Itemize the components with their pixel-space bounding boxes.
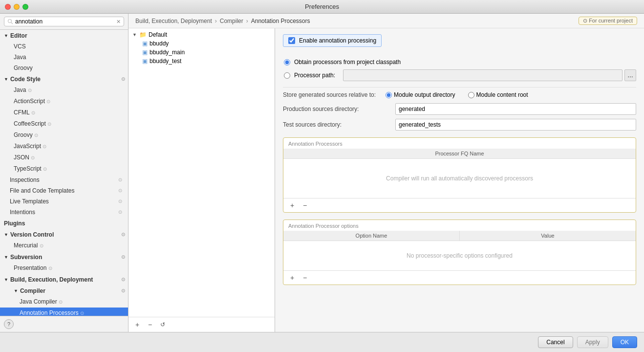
- processor-path-radio[interactable]: [284, 72, 290, 79]
- window-controls[interactable]: [5, 4, 28, 10]
- sidebar-item-actionscript[interactable]: ActionScript ⊙: [0, 96, 128, 107]
- tree-label-bbuddy: bbuddy: [150, 40, 169, 47]
- inspections-icon: ⊙: [118, 176, 122, 184]
- ap-table-header: Processor FQ Name: [283, 149, 636, 159]
- arrow-compiler: ▼: [14, 286, 18, 295]
- ap-label: Annotation Processors: [20, 309, 79, 316]
- ok-button[interactable]: OK: [612, 336, 637, 348]
- search-input[interactable]: annotation: [15, 18, 114, 25]
- tree-remove-button[interactable]: −: [145, 320, 155, 330]
- ap-add-button[interactable]: +: [287, 200, 297, 210]
- minimize-button[interactable]: [14, 4, 20, 10]
- module-content-root-radio[interactable]: [468, 92, 474, 98]
- tree-item-bbuddy[interactable]: ▣ bbuddy: [129, 39, 275, 48]
- breadcrumb-sep-1: ›: [215, 18, 217, 24]
- sidebar-section-compiler[interactable]: ▼ Compiler ⊙: [0, 285, 128, 296]
- sidebar-section-plugins[interactable]: Plugins: [0, 218, 128, 229]
- sidebar-item-groovy-cs[interactable]: Groovy ⊙: [0, 130, 128, 141]
- tree-module-icon-1: ▣: [142, 40, 148, 47]
- sidebar-item-vcs[interactable]: VCS: [0, 41, 128, 52]
- tree-item-default[interactable]: ▼ 📁 Default: [129, 30, 275, 39]
- sidebar-section-bed[interactable]: ▼ Build, Execution, Deployment ⊙: [0, 274, 128, 285]
- sidebar-section-editor[interactable]: ▼ Editor: [0, 30, 128, 41]
- module-output-dir-label: Module output directory: [394, 91, 455, 98]
- processor-path-input: [343, 69, 623, 81]
- close-button[interactable]: [5, 4, 11, 10]
- compiler-icon: ⊙: [121, 286, 125, 295]
- js-icon: ⊙: [43, 144, 46, 149]
- badge-text: For current project: [589, 18, 633, 23]
- breadcrumb-sep-2: ›: [246, 18, 248, 24]
- cancel-button[interactable]: Cancel: [538, 336, 573, 348]
- sidebar-item-live-templates[interactable]: Live Templates ⊙: [0, 196, 128, 207]
- maximize-button[interactable]: [22, 4, 28, 10]
- tree-folder-icon: 📁: [139, 31, 147, 38]
- clear-search-icon[interactable]: ✕: [116, 19, 121, 24]
- ap-options-label: Annotation Processor options: [288, 223, 359, 229]
- ap-options-table-header: Option Name Value: [283, 231, 636, 241]
- ts-icon: ⊙: [43, 166, 47, 172]
- sidebar-item-annotation-processors[interactable]: Annotation Processors ⊙: [0, 308, 128, 316]
- tree-item-bbuddy-main[interactable]: ▣ bbuddy_main: [129, 48, 275, 57]
- module-output-dir-radio[interactable]: [386, 92, 392, 98]
- sidebar-item-code-style-java[interactable]: Java ⊙: [0, 85, 128, 96]
- right-content: Build, Execution, Deployment › Compiler …: [129, 14, 644, 332]
- breadcrumb-bar: Build, Execution, Deployment › Compiler …: [129, 14, 644, 28]
- sidebar-section-subversion[interactable]: ▼ Subversion ⊙: [0, 251, 128, 263]
- processor-fq-name-header: Processor FQ Name: [283, 149, 636, 158]
- sidebar-item-inspections[interactable]: Inspections ⊙: [0, 175, 128, 185]
- enable-section: Enable annotation processing: [283, 34, 636, 53]
- options-add-button[interactable]: +: [287, 273, 297, 283]
- processor-path-input-wrap: …: [343, 69, 636, 81]
- sidebar-item-intentions[interactable]: Intentions ⊙: [0, 207, 128, 218]
- value-header: Value: [460, 231, 636, 241]
- tree-item-bbuddy-test[interactable]: ▣ bbuddy_test: [129, 57, 275, 66]
- tree-footer: + − ↺: [129, 317, 275, 332]
- search-bar: annotation ✕: [0, 14, 128, 30]
- for-project-badge: ⊙ For current project: [579, 17, 637, 25]
- options-remove-button[interactable]: −: [300, 273, 310, 283]
- bed-label: Build, Execution, Deployment: [10, 275, 93, 284]
- sidebar-item-presentation[interactable]: Presentation ⊙: [0, 263, 128, 274]
- int-icon: ⊙: [118, 208, 122, 217]
- test-sources-row: Test sources directory: generated_tests: [283, 119, 636, 131]
- sidebar-item-file-code-templates[interactable]: File and Code Templates ⊙: [0, 185, 128, 196]
- ap-options-table-footer: + −: [283, 270, 636, 285]
- test-sources-input[interactable]: generated_tests: [395, 119, 636, 131]
- tree-add-button[interactable]: +: [132, 320, 142, 330]
- ap-options-table-body: No processor-specific options configured: [283, 241, 636, 270]
- ap-icon: ⊙: [80, 310, 84, 316]
- pres-icon: ⊙: [48, 265, 52, 271]
- sidebar-section-version-control[interactable]: ▼ Version Control ⊙: [0, 229, 128, 240]
- tree-label-bbuddy-test: bbuddy_test: [150, 58, 181, 65]
- window-title: Preferences: [305, 3, 339, 10]
- sidebar-item-java[interactable]: Java: [0, 52, 128, 63]
- sidebar-item-javascript[interactable]: JavaScript ⊙: [0, 141, 128, 152]
- sidebar-item-java-compiler[interactable]: Java Compiler ⊙: [0, 296, 128, 308]
- code-style-icon: ⊙: [121, 75, 125, 84]
- obtain-processors-radio[interactable]: [284, 59, 290, 66]
- ap-remove-button[interactable]: −: [300, 200, 310, 210]
- sidebar-item-coffeescript[interactable]: CoffeeScript ⊙: [0, 118, 128, 130]
- file-templates-label: File and Code Templates: [10, 186, 75, 195]
- help-button[interactable]: ?: [4, 319, 14, 329]
- sidebar-item-cfml[interactable]: CFML ⊙: [0, 107, 128, 118]
- apply-button[interactable]: Apply: [577, 336, 608, 348]
- main-layout: annotation ✕ ▼ Editor VCS Java Groovy ▼ …: [0, 14, 644, 352]
- bottom-bar: Cancel Apply OK: [0, 332, 644, 352]
- sidebar-section-code-style[interactable]: ▼ Code Style ⊙: [0, 73, 128, 85]
- module-output-dir-option: Module output directory: [386, 91, 455, 98]
- enable-checkbox[interactable]: [288, 37, 295, 44]
- svn-icon: ⊙: [121, 253, 125, 262]
- module-content-root-option: Module content root: [468, 91, 528, 98]
- option-name-header: Option Name: [283, 231, 460, 241]
- fct-icon: ⊙: [118, 186, 122, 195]
- sidebar-item-typescript[interactable]: TypeScript ⊙: [0, 163, 128, 175]
- store-sources-label: Store generated sources relative to:: [283, 91, 376, 98]
- vc-label: Version Control: [10, 230, 54, 239]
- sidebar-item-groovy[interactable]: Groovy: [0, 63, 128, 73]
- sidebar-item-json[interactable]: JSON ⊙: [0, 152, 128, 163]
- production-sources-input[interactable]: generated: [395, 103, 636, 115]
- sidebar-item-mercurial[interactable]: Mercurial ⊙: [0, 240, 128, 251]
- tree-reset-button[interactable]: ↺: [158, 320, 168, 330]
